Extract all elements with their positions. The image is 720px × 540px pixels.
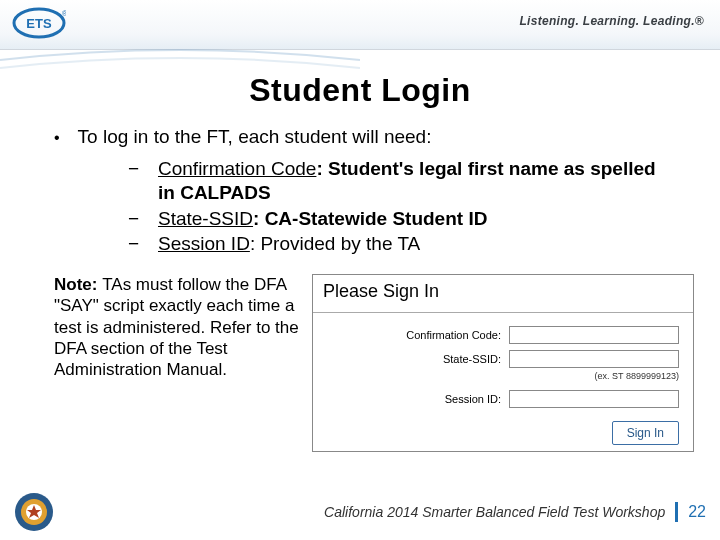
list-item: − Session ID: Provided by the TA (128, 232, 666, 256)
page-number: 22 (688, 503, 706, 521)
svg-text:®: ® (62, 10, 66, 17)
sign-in-button[interactable]: Sign In (612, 421, 679, 445)
state-ssid-input[interactable] (509, 350, 679, 368)
label-session-id: Session ID: (445, 393, 501, 405)
form-row-ssid: State-SSID: (313, 347, 693, 371)
dash-icon: − (128, 232, 140, 256)
tagline: Listening. Learning. Leading.® (519, 14, 704, 28)
sublist: − Confirmation Code: Student's legal fir… (128, 157, 666, 256)
note-text: Note: TAs must follow the DFA "SAY" scri… (54, 274, 302, 380)
label-confirmation: Confirmation Code: (406, 329, 501, 341)
intro-text: To log in to the FT, each student will n… (78, 125, 432, 151)
item-text: Confirmation Code: Student's legal first… (158, 157, 666, 205)
form-row-session: Session ID: (313, 387, 693, 411)
ets-logo: ETS ® (12, 6, 66, 40)
session-id-input[interactable] (509, 390, 679, 408)
item-text: State-SSID: CA-Statewide Student ID (158, 207, 487, 231)
footer-divider (675, 502, 678, 522)
bullet-dot-icon: • (54, 125, 60, 151)
signin-title: Please Sign In (313, 275, 693, 313)
state-seal-icon (14, 492, 54, 532)
ssid-hint: (ex. ST 8899999123) (313, 371, 693, 387)
bullet-intro: • To log in to the FT, each student will… (54, 125, 666, 151)
footer-text: California 2014 Smarter Balanced Field T… (324, 504, 665, 520)
slide-content: • To log in to the FT, each student will… (0, 109, 720, 256)
form-row-confirmation: Confirmation Code: (313, 323, 693, 347)
decorative-swoosh (0, 40, 360, 80)
note-row: Note: TAs must follow the DFA "SAY" scri… (0, 266, 720, 452)
dash-icon: − (128, 157, 140, 205)
item-text: Session ID: Provided by the TA (158, 232, 420, 256)
list-item: − Confirmation Code: Student's legal fir… (128, 157, 666, 205)
footer-right: California 2014 Smarter Balanced Field T… (324, 502, 706, 522)
confirmation-code-input[interactable] (509, 326, 679, 344)
list-item: − State-SSID: CA-Statewide Student ID (128, 207, 666, 231)
label-state-ssid: State-SSID: (443, 353, 501, 365)
slide-footer: California 2014 Smarter Balanced Field T… (0, 492, 720, 532)
dash-icon: − (128, 207, 140, 231)
svg-text:ETS: ETS (26, 16, 52, 31)
signin-panel: Please Sign In Confirmation Code: State-… (312, 274, 694, 452)
button-row: Sign In (313, 411, 693, 451)
